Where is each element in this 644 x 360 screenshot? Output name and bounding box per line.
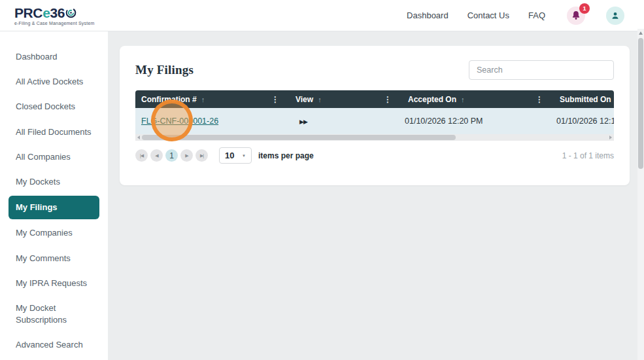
page-title: My Filings	[135, 63, 194, 77]
sidebar-item-my-filings[interactable]: My Filings	[8, 196, 99, 219]
items-per-page-value: 10	[225, 151, 234, 160]
table-header-row: Confirmation #↑ ⋮ View↑ ⋮ Accepted On↑ ⋮…	[135, 90, 614, 108]
scroll-right-icon[interactable]	[609, 135, 612, 139]
pager-prev-button[interactable]: ◀	[150, 149, 163, 162]
sort-asc-icon: ↑	[461, 96, 465, 103]
pagination-bar: |◀ ◀ 1 ▶ ▶| 10 ▼ items per page 1 - 1 of…	[135, 147, 614, 164]
column-label: Submitted On	[560, 95, 611, 104]
page-vertical-scrollbar[interactable]	[637, 29, 644, 360]
sidebar-item-my-comments[interactable]: My Comments	[0, 246, 108, 271]
column-header-submitted-on[interactable]: Submitted On↑ ⋮	[549, 90, 614, 108]
items-per-page-label: items per page	[258, 151, 314, 160]
sidebar-item-all-active-dockets[interactable]: All Active Dockets	[0, 69, 108, 94]
bell-icon	[571, 10, 581, 20]
confirmation-link[interactable]: FLG-CNF-000001-26	[141, 117, 218, 126]
sort-asc-icon: ↑	[201, 96, 205, 103]
app-logo[interactable]: PRCe36 e-Filing & Case Management System	[14, 6, 95, 26]
sidebar: Dashboard All Active Dockets Closed Dock…	[0, 31, 108, 360]
nav-faq[interactable]: FAQ	[528, 10, 545, 20]
top-bar: PRCe36 e-Filing & Case Management System…	[0, 0, 644, 31]
sort-asc-icon: ↑	[318, 96, 322, 103]
logo-e: e	[42, 6, 50, 20]
logo-tagline: e-Filing & Case Management System	[14, 21, 95, 26]
logo-number: 36	[50, 6, 65, 20]
user-menu-button[interactable]	[606, 7, 624, 25]
cell-confirmation: FLG-CNF-000001-26	[135, 108, 285, 134]
sidebar-item-all-filed-documents[interactable]: All Filed Documents	[0, 120, 108, 145]
notification-badge: 1	[579, 3, 590, 14]
sidebar-item-advanced-search[interactable]: Advanced Search	[0, 333, 108, 357]
table-row: FLG-CNF-000001-26 ▶▶ 01/10/2026 12:20 PM…	[135, 108, 614, 134]
notifications-button[interactable]: 1	[567, 7, 585, 25]
table-horizontal-scrollbar[interactable]	[135, 134, 614, 141]
sidebar-item-my-docket-subscriptions[interactable]: My Docket Subscriptions	[0, 296, 108, 333]
pager-first-button[interactable]: |◀	[135, 149, 148, 162]
sidebar-item-dashboard[interactable]: Dashboard	[0, 45, 108, 69]
pager-range-label: 1 - 1 of 1 items	[562, 151, 614, 160]
cell-view: ▶▶	[285, 108, 398, 134]
column-label: Confirmation #	[141, 95, 197, 104]
column-menu-icon[interactable]: ⋮	[384, 95, 392, 104]
column-header-view[interactable]: View↑ ⋮	[285, 90, 398, 108]
my-filings-panel: My Filings Confirmation #↑ ⋮ View↑ ⋮ Acc…	[120, 46, 630, 185]
sidebar-item-my-dockets[interactable]: My Dockets	[0, 170, 108, 194]
pager-next-button[interactable]: ▶	[180, 149, 193, 162]
pager-page-1-button[interactable]: 1	[165, 149, 178, 162]
scroll-left-icon[interactable]	[137, 135, 140, 139]
sidebar-item-my-companies[interactable]: My Companies	[0, 221, 108, 245]
view-fast-forward-icon[interactable]: ▶▶	[299, 118, 307, 125]
column-menu-icon[interactable]: ⋮	[535, 95, 543, 104]
column-menu-icon[interactable]: ⋮	[271, 95, 279, 104]
filings-table: Confirmation #↑ ⋮ View↑ ⋮ Accepted On↑ ⋮…	[135, 90, 614, 134]
chevron-down-icon: ▼	[242, 154, 246, 158]
column-label: View	[296, 95, 313, 104]
logo-target-icon	[65, 7, 76, 18]
cell-accepted-on: 01/10/2026 12:20 PM	[398, 108, 549, 134]
items-per-page-select[interactable]: 10 ▼	[219, 147, 252, 164]
horizontal-scrollbar-thumb[interactable]	[142, 135, 456, 140]
filings-table-container: Confirmation #↑ ⋮ View↑ ⋮ Accepted On↑ ⋮…	[135, 90, 614, 134]
panel-header: My Filings	[135, 60, 614, 80]
logo-wordmark: PRCe36	[14, 6, 95, 20]
search-input[interactable]	[469, 60, 614, 80]
column-header-confirmation[interactable]: Confirmation #↑ ⋮	[135, 90, 285, 108]
nav-dashboard[interactable]: Dashboard	[407, 10, 449, 20]
nav-contact-us[interactable]: Contact Us	[467, 10, 509, 20]
vertical-scrollbar-thumb[interactable]	[638, 38, 643, 169]
user-icon	[611, 11, 620, 20]
scroll-up-icon[interactable]	[639, 31, 643, 35]
logo-prefix: PRC	[14, 6, 42, 20]
column-header-accepted-on[interactable]: Accepted On↑ ⋮	[398, 90, 549, 108]
cell-submitted-on: 01/10/2026 12:18 PM	[549, 108, 614, 134]
sidebar-item-closed-dockets[interactable]: Closed Dockets	[0, 94, 108, 119]
column-label: Accepted On	[408, 95, 456, 104]
sidebar-item-all-companies[interactable]: All Companies	[0, 145, 108, 170]
sidebar-item-my-ipra-requests[interactable]: My IPRA Requests	[0, 271, 108, 296]
top-navigation: Dashboard Contact Us FAQ 1	[407, 7, 644, 25]
pager-last-button[interactable]: ▶|	[195, 149, 208, 162]
